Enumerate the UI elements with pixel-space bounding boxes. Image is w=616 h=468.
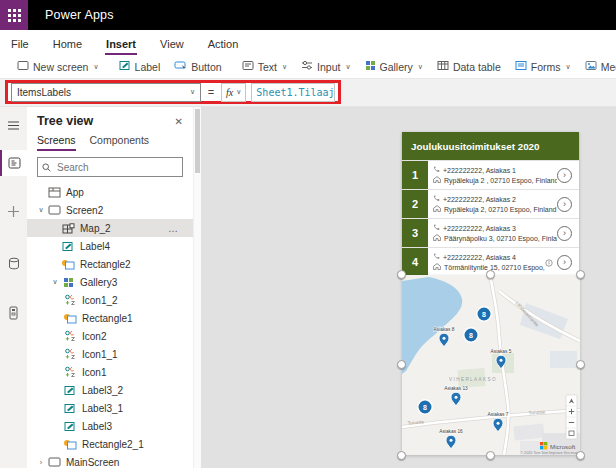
tree-item-rectangle1[interactable]: Rectangle1 <box>27 309 193 327</box>
tree-item-label3[interactable]: Label3 <box>27 417 193 435</box>
home-icon <box>433 176 441 184</box>
toolbar-data-table[interactable]: Data table <box>430 60 508 73</box>
phone-icon <box>433 253 440 261</box>
map-cluster[interactable]: 8 <box>477 307 491 321</box>
info-icon <box>545 253 553 271</box>
left-rail <box>0 107 27 468</box>
toolbar-forms[interactable]: Forms ∨ <box>508 60 578 73</box>
search-icon <box>42 158 51 176</box>
selection-handle[interactable] <box>576 270 585 279</box>
tree-item-icon1-1[interactable]: Icon1_1 <box>27 345 193 363</box>
data-sources-icon[interactable] <box>0 250 27 276</box>
more-options-icon[interactable]: … <box>168 223 179 234</box>
toolbar-label[interactable]: Label <box>112 60 168 73</box>
chevron-down-icon: ∨ <box>566 63 571 71</box>
selection-handle[interactable] <box>397 360 406 369</box>
menu-action[interactable]: Action <box>207 38 240 55</box>
phone-icon <box>433 195 440 203</box>
phone-icon <box>433 166 440 174</box>
selection-handle[interactable] <box>397 451 406 460</box>
panel-scrollbar[interactable] <box>193 107 201 468</box>
formula-input[interactable]: Sheet1.Tilaaja <box>251 83 335 102</box>
app-title: Power Apps <box>45 8 114 22</box>
map-area-label: VIHERLAAKSO <box>449 377 497 382</box>
search-input[interactable] <box>55 161 178 174</box>
tree-item-screen2[interactable]: ∨ Screen2 <box>27 201 193 219</box>
insert-plus-icon[interactable] <box>0 198 27 224</box>
selection-handle[interactable] <box>397 270 406 279</box>
tree-item-map2[interactable]: Map_2 … <box>27 219 193 237</box>
selection-handle[interactable] <box>486 451 495 460</box>
tree-item-rectangle2[interactable]: Rectangle2 <box>27 255 193 273</box>
tree-item-label3-1[interactable]: Label3_1 <box>27 399 193 417</box>
tree-item-label4[interactable]: Label4 <box>27 237 193 255</box>
toolbar-new-screen[interactable]: New screen ∨ <box>10 60 106 73</box>
tree-item-app[interactable]: App <box>27 183 193 201</box>
label-icon <box>63 384 77 397</box>
selection-handle[interactable] <box>486 270 495 279</box>
button-icon <box>174 60 187 73</box>
map-control[interactable]: VIHERLAAKSO Lähderannantie Turuntie Turu… <box>402 275 580 455</box>
selection-handle[interactable] <box>576 451 585 460</box>
hamburger-menu-icon[interactable] <box>0 112 27 138</box>
media-rail-icon[interactable] <box>0 300 27 326</box>
tree-item-icon2[interactable]: Icon2 <box>27 327 193 345</box>
app-icon <box>47 186 61 199</box>
insert-toolbar: New screen ∨ Label Button Text ∨ Input ∨… <box>0 55 616 79</box>
row-chevron-icon[interactable]: › <box>557 255 572 270</box>
toolbar-input[interactable]: Input ∨ <box>294 60 357 73</box>
tree-view-rail-icon[interactable] <box>0 150 27 176</box>
pin-label: Asiakas 5 <box>491 349 512 354</box>
tree-item-icon1-2[interactable]: Icon1_2 <box>27 291 193 309</box>
gallery-row-3[interactable]: 3 +222222222, Asiakas 3 Päärynäpolku 3, … <box>402 218 579 247</box>
gallery-icon <box>61 276 75 289</box>
map-zoom-controls[interactable] <box>566 395 577 439</box>
gallery-row-2[interactable]: 2 +222222222, Asiakas 2 Rypälekuja 2, 02… <box>402 189 579 218</box>
tree-item-mainscreen[interactable]: › MainScreen <box>27 453 193 468</box>
tree-item-gallery3[interactable]: ∨ Gallery3 <box>27 273 193 291</box>
row-chevron-icon[interactable]: › <box>557 197 572 212</box>
pin-label: Asiakas 16 <box>439 429 463 434</box>
menu-view[interactable]: View <box>159 38 185 55</box>
formula-bar: ItemsLabels ∨ = fx ∨ Sheet1.Tilaaja <box>0 79 616 107</box>
menu-file[interactable]: File <box>10 38 30 55</box>
tab-screens[interactable]: Screens <box>37 134 76 151</box>
toolbar-media[interactable]: Media ∨ <box>578 60 616 73</box>
fx-dropdown[interactable]: fx ∨ <box>221 83 246 102</box>
gallery-row-1[interactable]: 1 +222222222, Asiakas 1 Rypälekuja 2 , 0… <box>402 160 579 189</box>
home-icon <box>433 205 441 213</box>
toolbar-button[interactable]: Button <box>167 60 228 73</box>
tab-components[interactable]: Components <box>90 134 150 151</box>
map-cluster[interactable]: 8 <box>418 400 432 414</box>
row-chevron-icon[interactable]: › <box>557 226 572 241</box>
screen-icon <box>47 204 61 217</box>
svg-text:8: 8 <box>469 332 473 339</box>
map-cluster[interactable]: 8 <box>464 328 478 342</box>
row-chevron-icon[interactable]: › <box>557 168 572 183</box>
waffle-menu-icon[interactable] <box>0 0 28 30</box>
search-box <box>37 157 183 177</box>
map-control-icon <box>61 222 75 235</box>
property-dropdown[interactable]: ItemsLabels ∨ <box>11 83 201 102</box>
toolbar-text[interactable]: Text ∨ <box>235 60 294 73</box>
toolbar-gallery[interactable]: Gallery ∨ <box>358 60 430 73</box>
tree-item-icon1[interactable]: Icon1 <box>27 363 193 381</box>
close-icon[interactable]: ✕ <box>175 116 183 127</box>
selection-handle[interactable] <box>576 360 585 369</box>
tree-item-label3-2[interactable]: Label3_2 <box>27 381 193 399</box>
gallery-header: Joulukuusitoimitukset 2020 <box>402 132 579 160</box>
menu-insert[interactable]: Insert <box>105 38 137 55</box>
design-canvas[interactable]: Joulukuusitoimitukset 2020 1 +222222222,… <box>201 107 616 468</box>
main-area: Tree view ✕ Screens Components App ∨ <box>0 107 616 468</box>
tree-item-rectangle2-1[interactable]: Rectangle2_1 <box>27 435 193 453</box>
rectangle-icon <box>61 258 75 271</box>
label-icon <box>61 240 75 253</box>
menu-home[interactable]: Home <box>52 38 83 55</box>
phone-icon <box>433 224 440 232</box>
delivery-gallery-control[interactable]: Joulukuusitoimitukset 2020 1 +222222222,… <box>402 132 579 276</box>
new-screen-icon <box>17 60 29 73</box>
chevron-expanded-icon[interactable]: ∨ <box>35 206 47 214</box>
chevron-expanded-icon[interactable]: ∨ <box>49 278 61 286</box>
scrollbar-thumb[interactable] <box>195 109 200 173</box>
chevron-collapsed-icon[interactable]: › <box>35 459 47 466</box>
